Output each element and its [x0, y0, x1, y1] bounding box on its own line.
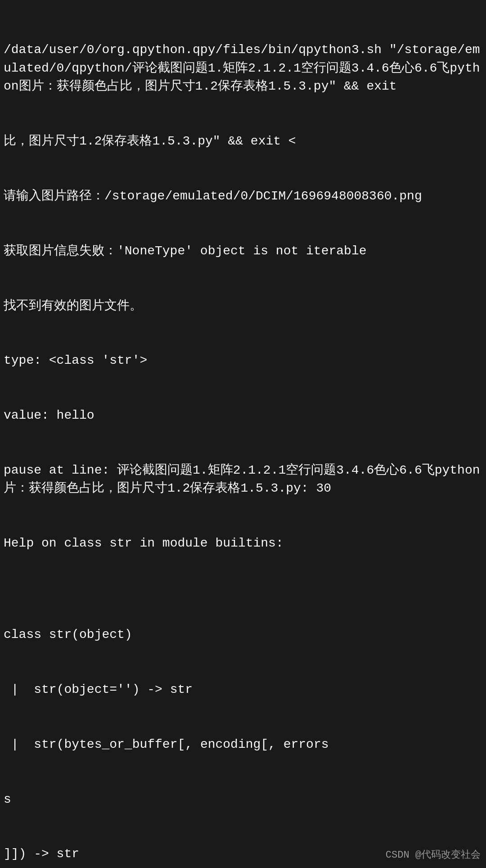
terminal-output: /data/user/0/org.qpython.qpy/files/bin/q… [0, 0, 486, 868]
terminal-line-13: | str(bytes_or_buffer[, encoding[, error… [4, 736, 482, 754]
terminal-line-2: 比，图片尺寸1.2保存表格1.5.3.py" && exit < [4, 132, 482, 151]
terminal-line-7: value: hello [4, 407, 482, 425]
terminal-line-14: s [4, 791, 482, 809]
terminal-line-1: /data/user/0/org.qpython.qpy/files/bin/q… [4, 41, 482, 96]
terminal-line-4: 获取图片信息失败：'NoneType' object is not iterab… [4, 242, 482, 261]
terminal-line-3: 请输入图片路径：/storage/emulated/0/DCIM/1696948… [4, 187, 482, 206]
terminal-line-11: class str(object) [4, 626, 482, 644]
terminal-line-12: | str(object='') -> str [4, 681, 482, 699]
terminal-line-6: type: <class 'str'> [4, 352, 482, 370]
terminal-line-8: pause at line: 评论截图问题1.矩阵2.1.2.1空行问题3.4.… [4, 461, 482, 498]
terminal-line-9: Help on class str in module builtins: [4, 534, 482, 553]
watermark: CSDN @代码改变社会 [386, 848, 481, 863]
terminal-line-5: 找不到有效的图片文件。 [4, 297, 482, 316]
